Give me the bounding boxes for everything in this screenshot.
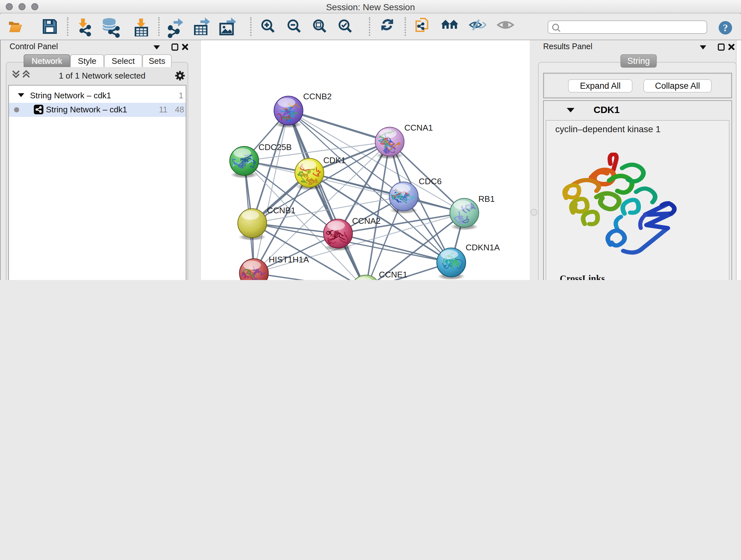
svg-text:HIST1H1A: HIST1H1A xyxy=(269,255,309,264)
svg-text:CCNB1: CCNB1 xyxy=(267,206,295,215)
svg-text:CDC6: CDC6 xyxy=(419,177,442,186)
svg-text:CCNE1: CCNE1 xyxy=(379,270,407,279)
svg-text:RB1: RB1 xyxy=(478,194,495,204)
svg-text:1 of 1 Network selected: 1 of 1 Network selected xyxy=(59,71,145,80)
svg-text:CDC25B: CDC25B xyxy=(259,142,292,152)
svg-text:CDK1: CDK1 xyxy=(323,155,346,165)
svg-text:CDKN1A: CDKN1A xyxy=(466,243,500,252)
svg-text:CCNA1: CCNA1 xyxy=(404,123,433,132)
svg-text:CCNA2: CCNA2 xyxy=(352,216,381,226)
svg-text:CCNB2: CCNB2 xyxy=(303,91,332,101)
